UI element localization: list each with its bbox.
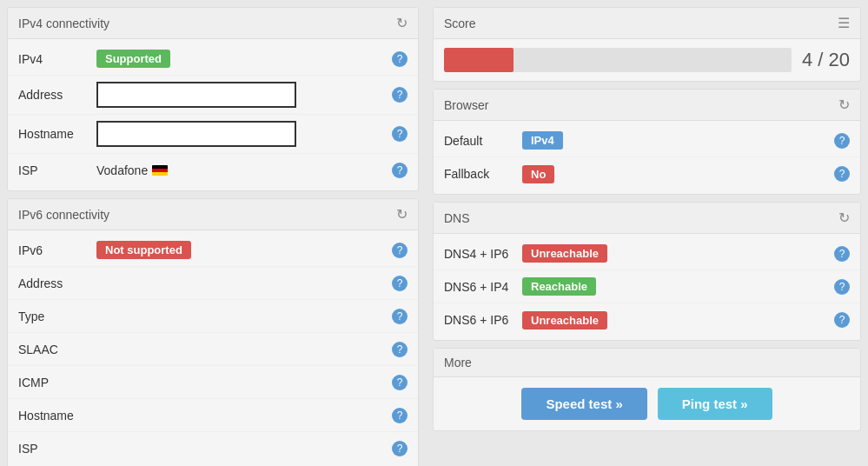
ipv6-icmp-row: ICMP ?: [8, 366, 418, 399]
ipv6-isp-help-icon[interactable]: ?: [392, 441, 407, 456]
ipv4-address-value: [96, 82, 392, 108]
dns-body: DNS4 + IP6 Unreachable ? DNS6 + IP4 Reac…: [434, 234, 860, 340]
ipv4-address-row: Address ?: [8, 76, 418, 115]
ipv4-refresh-icon[interactable]: ↻: [396, 15, 407, 31]
ipv6-type-help-icon[interactable]: ?: [392, 309, 407, 324]
dns4-ip6-label: DNS4 + IP6: [444, 247, 522, 261]
ipv4-card: IPv4 connectivity ↻ IPv4 Supported ? Add…: [7, 7, 419, 191]
ipv6-refresh-icon[interactable]: ↻: [396, 206, 407, 223]
ping-test-button[interactable]: Ping test »: [658, 388, 772, 420]
browser-default-help-icon[interactable]: ?: [834, 133, 850, 149]
ipv6-slaac-label: SLAAC: [18, 343, 96, 356]
ipv6-badge: Not supported: [96, 241, 191, 259]
score-header: Score ☰: [434, 8, 860, 39]
flag-icon: [152, 165, 168, 176]
ipv6-address-label: Address: [18, 276, 96, 290]
ipv4-address-help-icon[interactable]: ?: [392, 87, 407, 103]
right-panel: Score ☰ 4 / 20 Browser ↻ Default IPv4 ?: [426, 0, 868, 466]
ipv6-icmp-help-icon[interactable]: ?: [392, 375, 407, 390]
ipv4-title: IPv4 connectivity: [18, 17, 109, 30]
dns6-ip6-help-icon[interactable]: ?: [834, 312, 850, 328]
browser-fallback-row: Fallback No ?: [434, 157, 860, 190]
isp-name: Vodafone: [96, 163, 148, 177]
browser-default-row: Default IPv4 ?: [434, 124, 860, 157]
ipv4-label: IPv4: [18, 52, 96, 66]
dns6-ip4-badge: Reachable: [522, 277, 596, 296]
ipv4-address-input[interactable]: [96, 82, 296, 108]
ipv6-hostname-help-icon[interactable]: ?: [392, 408, 407, 423]
ipv6-label: IPv6: [18, 243, 96, 257]
more-title: More: [444, 356, 472, 369]
dns4-ip6-badge: Unreachable: [522, 244, 607, 263]
browser-default-label: Default: [444, 134, 522, 148]
ipv4-isp-value: Vodafone: [96, 163, 392, 177]
ipv6-title: IPv6 connectivity: [18, 208, 109, 222]
ipv6-type-row: Type ?: [8, 300, 418, 333]
ipv6-slaac-row: SLAAC ?: [8, 333, 418, 366]
browser-fallback-value: No: [522, 165, 834, 183]
ipv4-hostname-value: [96, 121, 392, 147]
score-card: Score ☰ 4 / 20: [433, 7, 861, 82]
browser-card: Browser ↻ Default IPv4 ? Fallback No ?: [433, 89, 861, 195]
score-value: 4 / 20: [802, 49, 850, 71]
ipv6-address-help-icon[interactable]: ?: [392, 276, 407, 291]
more-body: Speed test » Ping test »: [434, 377, 860, 430]
ipv6-hostname-label: Hostname: [18, 409, 96, 423]
ipv6-body: IPv6 Not supported ? Address ? Type ? SL…: [8, 230, 418, 466]
browser-fallback-badge: No: [522, 165, 554, 183]
dns6-ip6-badge: Unreachable: [522, 311, 607, 330]
browser-fallback-label: Fallback: [444, 167, 522, 181]
left-panel: IPv4 connectivity ↻ IPv4 Supported ? Add…: [0, 0, 426, 466]
browser-title: Browser: [444, 98, 488, 112]
ipv4-hostname-help-icon[interactable]: ?: [392, 126, 407, 142]
more-header: More: [434, 349, 860, 377]
dns-header: DNS ↻: [434, 203, 860, 234]
browser-default-value: IPv4: [522, 131, 834, 150]
ipv6-address-row: Address ?: [8, 267, 418, 300]
dns6-ip6-label: DNS6 + IP6: [444, 313, 522, 327]
dns-refresh-icon[interactable]: ↻: [838, 210, 850, 226]
ipv6-row: IPv6 Not supported ?: [8, 234, 418, 267]
browser-body: Default IPv4 ? Fallback No ?: [434, 121, 860, 194]
dns6-ip4-value: Reachable: [522, 277, 834, 296]
score-bar-container: [444, 48, 792, 72]
ipv6-isp-row: ISP ?: [8, 432, 418, 465]
dns6-ip6-row: DNS6 + IP6 Unreachable ?: [434, 303, 860, 336]
dns4-ip6-help-icon[interactable]: ?: [834, 246, 850, 262]
ipv4-row: IPv4 Supported ?: [8, 43, 418, 76]
dns4-ip6-row: DNS4 + IP6 Unreachable ?: [434, 237, 860, 270]
ipv4-header: IPv4 connectivity ↻: [8, 8, 418, 39]
ipv6-header: IPv6 connectivity ↻: [8, 199, 418, 230]
dns4-ip6-value: Unreachable: [522, 244, 834, 263]
ipv6-slaac-help-icon[interactable]: ?: [392, 342, 407, 357]
speed-test-button[interactable]: Speed test »: [521, 388, 646, 420]
dns6-ip4-help-icon[interactable]: ?: [834, 279, 850, 295]
dns6-ip4-row: DNS6 + IP4 Reachable ?: [434, 270, 860, 303]
score-title: Score: [444, 17, 476, 30]
dns-title: DNS: [444, 211, 470, 225]
ipv6-value: Not supported: [96, 241, 392, 259]
browser-default-badge: IPv4: [522, 131, 563, 150]
ipv4-body: IPv4 Supported ? Address ? Hostname: [8, 39, 418, 190]
more-card: More Speed test » Ping test »: [433, 348, 861, 431]
ipv4-badge: Supported: [96, 50, 170, 68]
ipv6-help-icon[interactable]: ?: [392, 243, 407, 258]
ipv4-value: Supported: [96, 50, 392, 68]
browser-fallback-help-icon[interactable]: ?: [834, 166, 850, 182]
score-body: 4 / 20: [434, 39, 860, 81]
ipv6-hostname-row: Hostname ?: [8, 399, 418, 432]
ipv4-isp-row: ISP Vodafone ?: [8, 154, 418, 187]
list-icon[interactable]: ☰: [838, 15, 850, 31]
ipv4-isp-help-icon[interactable]: ?: [392, 163, 407, 178]
ipv4-help-icon[interactable]: ?: [392, 51, 407, 67]
dns-card: DNS ↻ DNS4 + IP6 Unreachable ? DNS6 + IP…: [433, 202, 861, 341]
ipv4-hostname-label: Hostname: [18, 127, 96, 141]
ipv6-icmp-label: ICMP: [18, 376, 96, 389]
dns6-ip6-value: Unreachable: [522, 311, 834, 330]
browser-header: Browser ↻: [434, 90, 860, 121]
browser-refresh-icon[interactable]: ↻: [838, 97, 850, 113]
ipv4-hostname-input[interactable]: [96, 121, 296, 147]
dns6-ip4-label: DNS6 + IP4: [444, 280, 522, 294]
ipv4-address-label: Address: [18, 88, 96, 102]
ipv6-card: IPv6 connectivity ↻ IPv6 Not supported ?…: [7, 198, 419, 466]
